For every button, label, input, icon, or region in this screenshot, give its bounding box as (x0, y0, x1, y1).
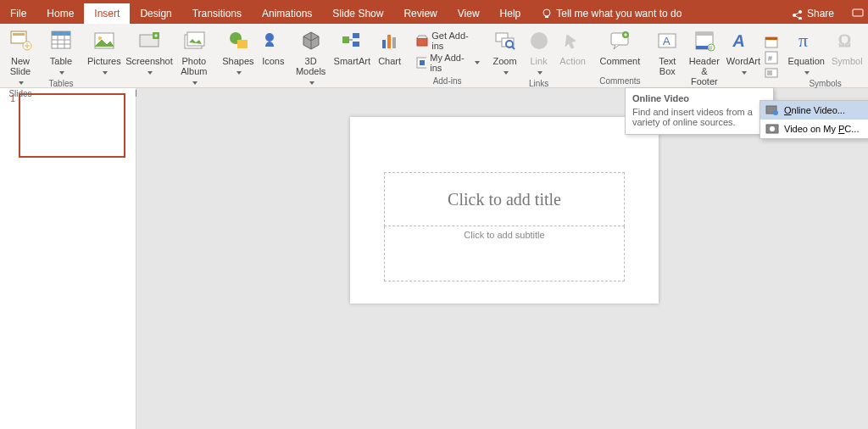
pictures-icon (91, 27, 118, 54)
3d-models-button[interactable]: 3D Models (290, 25, 331, 88)
thumbnail-preview[interactable] (19, 93, 125, 158)
link-icon (526, 27, 553, 54)
addins-icon (415, 56, 427, 70)
new-slide-button[interactable]: New Slide (3, 25, 37, 88)
icons-button[interactable]: Icons (256, 25, 290, 88)
video-pc-icon (765, 122, 779, 136)
screenshot-button[interactable]: Screenshot (124, 25, 175, 88)
svg-rect-22 (353, 42, 359, 47)
svg-text:#: # (768, 54, 772, 63)
tooltip-online-video: Online Video Find and insert videos from… (625, 87, 774, 135)
slide[interactable]: Click to add title Click to add subtitle (350, 117, 659, 304)
tooltip-title: Online Video (632, 93, 766, 103)
svg-point-0 (543, 9, 550, 16)
pictures-button[interactable]: Pictures (85, 25, 124, 88)
tab-slideshow[interactable]: Slide Show (322, 3, 393, 24)
get-addins-button[interactable]: Get Add-ins (414, 31, 481, 51)
group-label-comments: Comments (599, 75, 640, 87)
group-symbols: π Equation Ω Symbol Symbols (782, 24, 869, 87)
tab-transitions[interactable]: Transitions (182, 3, 252, 24)
group-slides: New Slide Slides (0, 24, 41, 87)
lightbulb-icon (541, 8, 553, 20)
action-icon (559, 27, 587, 54)
svg-text:Ω: Ω (838, 31, 851, 50)
chart-icon (376, 27, 403, 54)
svg-rect-20 (342, 36, 349, 43)
shapes-icon (225, 27, 252, 54)
tab-home[interactable]: Home (36, 3, 84, 24)
zoom-button[interactable]: Zoom (488, 25, 522, 78)
link-button: Link (522, 25, 556, 78)
icons-icon (259, 27, 287, 54)
3d-models-icon (298, 27, 325, 54)
tab-insert[interactable]: Insert (84, 3, 130, 24)
header-footer-icon: # (691, 27, 718, 54)
table-button[interactable]: Table (44, 25, 78, 78)
video-dropdown-menu: Online Video... Video on My PC... (760, 100, 868, 139)
workspace: 1 Click to add title Click to add subtit… (0, 88, 868, 429)
titlebar (0, 0, 868, 3)
thumbnail-number: 1 (0, 93, 19, 158)
svg-rect-10 (52, 31, 70, 36)
svg-rect-7 (13, 33, 25, 36)
svg-rect-1 (545, 16, 548, 18)
my-addins-button[interactable]: My Add-ins (414, 53, 481, 73)
symbol-icon: Ω (833, 27, 860, 54)
header-footer-button[interactable]: # Header & Footer (684, 25, 724, 88)
svg-point-61 (770, 126, 775, 131)
svg-point-59 (773, 110, 778, 115)
svg-text:π: π (798, 30, 808, 51)
tab-view[interactable]: View (448, 3, 490, 24)
comments-pane-icon[interactable] (851, 7, 865, 20)
wordart-button[interactable]: A WordArt (724, 25, 762, 88)
title-placeholder[interactable]: Click to add title (384, 172, 625, 226)
svg-rect-28 (420, 60, 425, 65)
svg-rect-16 (187, 32, 204, 46)
svg-rect-38 (696, 32, 713, 36)
group-text: A Text Box # Header & Footer A WordArt #… (647, 24, 781, 87)
menu-video-on-pc[interactable]: Video on My PC... (760, 120, 868, 138)
comment-button[interactable]: Comment (597, 25, 644, 75)
slide-number-icon[interactable]: # (765, 51, 778, 64)
svg-rect-25 (392, 37, 396, 48)
chart-button[interactable]: Chart (373, 25, 407, 88)
tooltip-desc: Find and insert videos from a variety of… (632, 107, 766, 127)
tab-animations[interactable]: Animations (252, 3, 322, 24)
svg-rect-18 (237, 40, 248, 48)
group-illustrations: Shapes Icons 3D Models SmartArt Chart Il… (216, 24, 409, 87)
slide-canvas[interactable]: Click to add title Click to add subtitle (136, 88, 868, 429)
online-video-icon (765, 103, 779, 117)
share-button[interactable]: Share (783, 8, 843, 20)
tab-review[interactable]: Review (393, 3, 447, 24)
group-label-slides: Slides (8, 88, 31, 100)
date-time-icon[interactable] (765, 36, 778, 49)
svg-point-3 (798, 10, 802, 14)
group-label-addins: Add-ins (433, 75, 462, 87)
table-icon (47, 27, 75, 54)
zoom-icon (492, 27, 519, 54)
object-icon[interactable] (765, 66, 778, 80)
subtitle-placeholder[interactable]: Click to add subtitle (384, 226, 625, 281)
tab-design[interactable]: Design (130, 3, 181, 24)
tab-file[interactable]: File (0, 3, 36, 24)
ribbon-insert: New Slide Slides Table Tables Pictures S… (0, 24, 868, 88)
textbox-button[interactable]: A Text Box (650, 25, 684, 88)
tell-me[interactable]: Tell me what you want to do (541, 8, 682, 20)
svg-rect-44 (765, 37, 777, 40)
svg-point-4 (798, 17, 802, 20)
photo-album-button[interactable]: Photo Album (175, 25, 213, 88)
menu-online-video[interactable]: Online Video... (760, 101, 868, 120)
group-label-tables: Tables (49, 78, 74, 90)
svg-text:A: A (732, 31, 748, 50)
shapes-button[interactable]: Shapes (220, 25, 256, 88)
wordart-icon: A (730, 27, 757, 54)
equation-button[interactable]: π Equation (785, 25, 828, 78)
thumbnail-pane[interactable]: 1 (0, 88, 136, 429)
svg-rect-48 (767, 70, 772, 75)
svg-text:#: # (709, 44, 713, 52)
smartart-button[interactable]: SmartArt (331, 25, 373, 88)
thumbnail-slide-1[interactable]: 1 (0, 93, 136, 158)
smartart-icon (338, 27, 365, 54)
tab-help[interactable]: Help (490, 3, 531, 24)
svg-point-12 (98, 36, 102, 40)
